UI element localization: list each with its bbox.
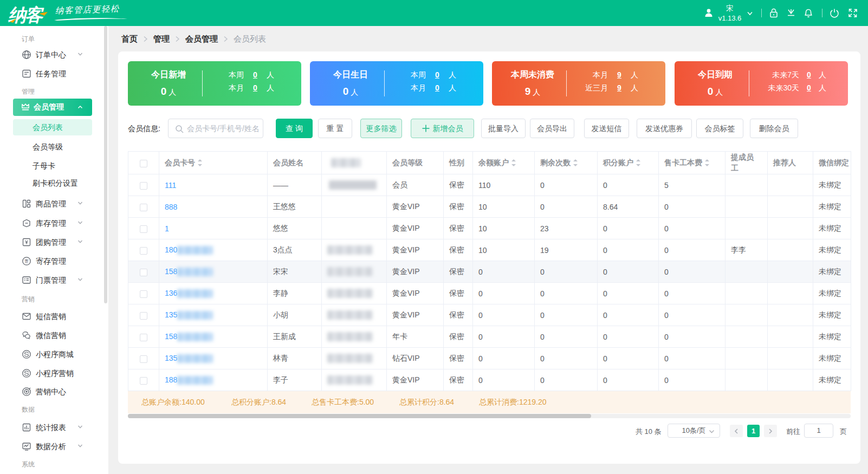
svg-text:寄: 寄 [24,259,29,264]
svg-text:纳客管店更轻松: 纳客管店更轻松 [55,4,120,15]
